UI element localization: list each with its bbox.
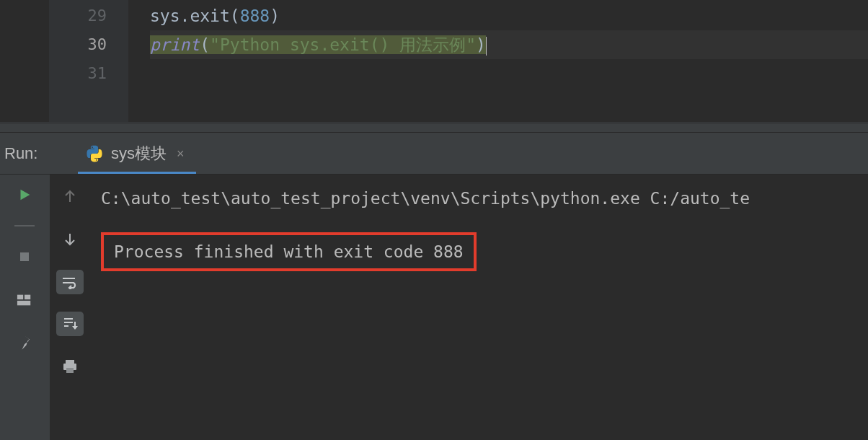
stop-button[interactable] (12, 244, 37, 270)
svg-rect-0 (20, 252, 29, 261)
run-button[interactable] (12, 182, 37, 208)
svg-rect-1 (17, 295, 23, 299)
code-line-29[interactable]: sys.exit(888) (150, 1, 868, 30)
run-panel-label: Run: (0, 133, 49, 174)
run-tool-header: Run: sys模块 × (0, 133, 868, 175)
text-caret (486, 37, 487, 56)
code-paren: ( (200, 35, 210, 54)
toolbar-divider (14, 225, 35, 226)
code-paren: ) (270, 6, 280, 25)
run-primary-toolbar (0, 175, 49, 440)
console-output[interactable]: C:\auto_test\auto_test_project\venv\Scri… (89, 175, 868, 440)
line-number: 31 (49, 59, 128, 88)
scroll-to-end-button[interactable] (56, 312, 84, 336)
svg-rect-4 (66, 360, 74, 364)
run-secondary-toolbar (49, 175, 89, 440)
code-paren: ) (476, 35, 486, 54)
pin-button[interactable] (12, 330, 37, 356)
code-call: print (150, 35, 200, 54)
run-tab-active[interactable]: sys模块 × (78, 137, 196, 174)
code-call: sys.exit (150, 6, 230, 25)
line-number: 30 (49, 30, 128, 59)
code-editor[interactable]: 29 30 31 sys.exit(888) print("Python sys… (0, 0, 868, 123)
scroll-up-button[interactable] (57, 183, 83, 209)
exit-code-highlight: Process finished with exit code 888 (101, 232, 477, 271)
code-number: 888 (240, 6, 270, 25)
run-tab-label: sys模块 (111, 143, 167, 164)
svg-rect-3 (17, 301, 30, 305)
line-number: 29 (49, 1, 128, 30)
code-paren: ( (230, 6, 240, 25)
layout-button[interactable] (12, 287, 37, 313)
code-string: "Python sys.exit() 用法示例" (210, 35, 476, 54)
code-line-30[interactable]: print("Python sys.exit() 用法示例") (150, 30, 868, 59)
svg-rect-6 (66, 368, 74, 373)
soft-wrap-button[interactable] (56, 270, 84, 294)
line-gutter: 29 30 31 (49, 0, 128, 122)
editor-left-margin (0, 0, 49, 122)
python-file-icon (85, 144, 104, 163)
code-lines[interactable]: sys.exit(888) print("Python sys.exit() 用… (128, 0, 868, 122)
console-exit-line: Process finished with exit code 888 (114, 242, 464, 261)
panel-separator[interactable] (0, 123, 868, 133)
run-tabs: sys模块 × (49, 133, 196, 174)
svg-rect-2 (25, 295, 30, 299)
console-command-line: C:\auto_test\auto_test_project\venv\Scri… (101, 185, 868, 212)
print-button[interactable] (57, 353, 83, 379)
run-panel-body: C:\auto_test\auto_test_project\venv\Scri… (0, 175, 868, 440)
scroll-down-button[interactable] (57, 226, 83, 252)
close-icon[interactable]: × (177, 146, 185, 162)
